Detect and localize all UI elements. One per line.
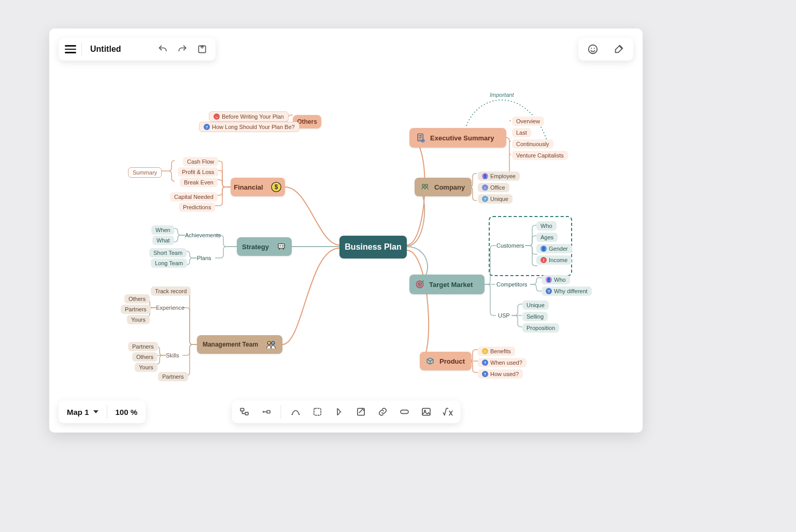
alert-icon: !	[541, 257, 547, 263]
chip-overview[interactable]: Overview	[512, 117, 544, 126]
chip-exp-yours[interactable]: Yours	[127, 315, 150, 324]
node-label: Product	[439, 357, 465, 365]
chip-sk-others[interactable]: Others	[132, 352, 158, 362]
document-icon	[416, 133, 426, 143]
label-skills[interactable]: Skills	[166, 352, 179, 358]
node-product[interactable]: Product	[420, 352, 472, 370]
chip-label: When used?	[490, 360, 522, 366]
label-usp[interactable]: USP	[498, 312, 510, 319]
node-strategy[interactable]: Strategy	[237, 237, 292, 256]
mindmap-canvas[interactable]: Business Plan Others –Before Writing You…	[49, 28, 643, 433]
node-label: Strategy	[242, 243, 269, 251]
label-customers[interactable]: Customers	[496, 242, 524, 249]
center-node[interactable]: Business Plan	[339, 236, 407, 258]
label-competitors[interactable]: Competitors	[496, 281, 527, 287]
chip-employee[interactable]: 👤Employee	[478, 171, 520, 181]
chip-label: How Long Should Your Plan Be?	[212, 124, 295, 130]
box-icon	[425, 356, 435, 366]
chip-breakeven[interactable]: Break Even	[180, 178, 218, 187]
chip-cashflow[interactable]: Cash Flow	[183, 157, 218, 166]
chip-label: Who	[554, 277, 566, 283]
node-target-market[interactable]: Target Market	[409, 275, 485, 294]
person-icon: 👤	[546, 277, 552, 283]
chip-exp-others[interactable]: Others	[124, 294, 150, 304]
label-achievements[interactable]: Achievements	[185, 232, 221, 238]
chip-usp-selling[interactable]: Selling	[522, 312, 548, 321]
svg-point-25	[279, 245, 281, 247]
chip-what[interactable]: What	[152, 236, 174, 245]
chip-benefits[interactable]: ☺Benefits	[478, 347, 515, 356]
chip-comp-who[interactable]: 👤Who	[542, 275, 570, 284]
node-label: Executive Summary	[430, 134, 494, 142]
target-icon	[415, 279, 425, 290]
annotation-important: Important	[490, 92, 514, 98]
chip-predictions[interactable]: Predictions	[179, 203, 215, 212]
chip-when-used[interactable]: ?When used?	[478, 358, 527, 367]
svg-point-28	[267, 341, 271, 344]
label-plans[interactable]: Plans	[197, 255, 211, 261]
svg-rect-24	[278, 244, 285, 248]
chip-last[interactable]: Last	[512, 128, 531, 137]
person-icon: 👤	[482, 173, 488, 179]
svg-point-29	[272, 341, 275, 344]
chip-label: Unique	[490, 196, 508, 202]
chip-how-used[interactable]: ?How used?	[478, 369, 523, 379]
svg-point-21	[419, 284, 420, 285]
chip-comp-why[interactable]: ?Why different	[542, 286, 592, 296]
chip-ages[interactable]: Ages	[536, 233, 558, 242]
svg-rect-26	[282, 245, 284, 246]
chip-how-long[interactable]: ?How Long Should Your Plan Be?	[199, 122, 300, 132]
chip-sk-partners[interactable]: Partners	[128, 342, 158, 351]
node-management-team[interactable]: Management Team	[197, 335, 282, 354]
chip-profitloss[interactable]: Profit & Loss	[178, 167, 218, 177]
chip-capital[interactable]: Capital Needed	[170, 192, 218, 202]
svg-point-17	[422, 184, 425, 187]
svg-point-18	[425, 184, 428, 187]
chip-who[interactable]: Who	[536, 221, 557, 231]
chip-mgmt-partners[interactable]: Partners	[158, 372, 188, 381]
chip-usp-prop[interactable]: Proposition	[522, 323, 559, 333]
chip-track-record[interactable]: Track record	[151, 286, 191, 296]
question-icon: ?	[204, 124, 210, 130]
chip-summary[interactable]: Summary	[128, 167, 162, 178]
app-window: Untitled Map 1 100 %	[49, 28, 643, 433]
svg-rect-27	[282, 246, 284, 247]
question-icon: ?	[482, 360, 488, 366]
chip-venture[interactable]: Venture Capitalists	[512, 151, 568, 160]
question-icon: ?	[482, 196, 488, 202]
chip-before-writing[interactable]: –Before Writing Your Plan	[209, 111, 289, 122]
person-icon: 👤	[541, 246, 547, 252]
chip-label: How used?	[490, 371, 519, 377]
chip-short-team[interactable]: Short Team	[149, 248, 187, 257]
smile-icon: ☺	[482, 348, 488, 354]
node-executive-summary[interactable]: Executive Summary	[409, 128, 506, 148]
node-company[interactable]: Company	[415, 178, 472, 196]
question-icon: ?	[482, 371, 488, 377]
node-label: Management Team	[203, 341, 258, 348]
chip-label: Income	[549, 257, 567, 263]
question-icon: ?	[546, 288, 552, 294]
label-experience[interactable]: Experience	[156, 305, 184, 311]
people-icon	[265, 340, 277, 349]
chip-unique[interactable]: ?Unique	[478, 194, 513, 204]
chip-continuously[interactable]: Continuously	[512, 139, 553, 149]
node-financial[interactable]: Financial $	[231, 178, 285, 196]
chip-when[interactable]: When	[151, 225, 175, 235]
chip-label: Gender	[549, 246, 568, 252]
dollar-icon: $	[271, 181, 282, 193]
chip-exp-partners[interactable]: Partners	[121, 305, 151, 314]
chip-label: Before Writing Your Plan	[222, 113, 284, 120]
svg-text:$: $	[274, 183, 278, 191]
chip-label: Why different	[554, 288, 588, 294]
chip-usp-unique[interactable]: Unique	[522, 300, 549, 310]
chip-label: Office	[490, 184, 505, 191]
chip-gender[interactable]: 👤Gender	[536, 244, 572, 253]
chip-label: Employee	[490, 173, 516, 179]
chip-income[interactable]: !Income	[536, 255, 572, 265]
chip-office[interactable]: ⌂Office	[478, 183, 509, 192]
building-icon: ⌂	[482, 184, 488, 191]
chip-sk-yours[interactable]: Yours	[135, 363, 158, 372]
chip-label: Benefits	[490, 348, 511, 354]
chip-long-team[interactable]: Long Team	[151, 258, 187, 268]
presentation-icon	[276, 242, 287, 251]
